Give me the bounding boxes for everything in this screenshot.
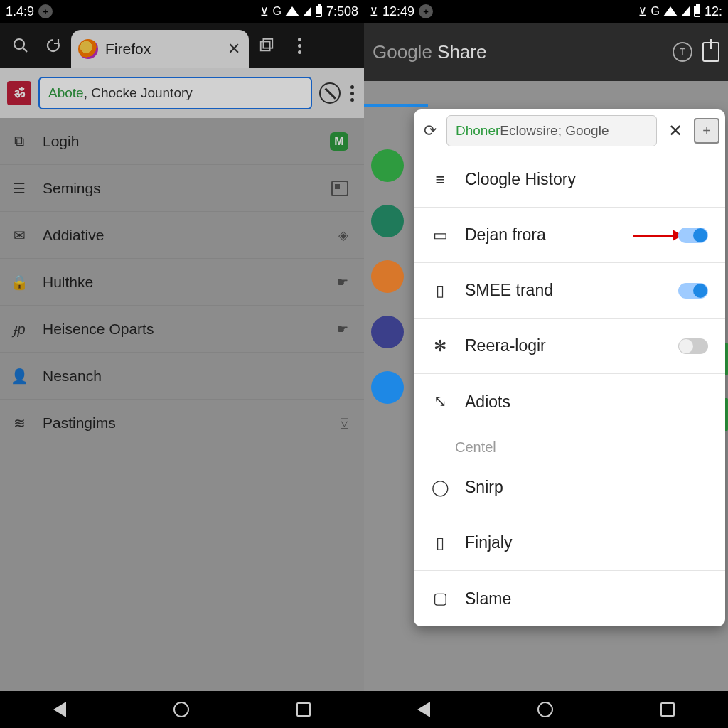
tab-title: Firefox [105, 41, 151, 58]
url-input[interactable]: Abote, Chocke Jountory [38, 77, 312, 109]
signal-icon [681, 6, 690, 16]
site-brand-icon: ॐ [7, 81, 31, 105]
folder-icon: ▭ [431, 226, 449, 245]
svg-rect-2 [261, 42, 270, 51]
close-tab-button[interactable]: ✕ [228, 40, 240, 58]
popup-item-dejan[interactable]: ▭ Dejan frora [414, 208, 725, 263]
page-menu-button[interactable] [348, 85, 357, 102]
popup-item-label: Snirp [465, 478, 503, 497]
list-icon: ⧉ [10, 133, 28, 149]
popup-item-label: Dejan frora [465, 225, 546, 245]
nav-recent-button[interactable] [296, 702, 311, 717]
menu-label: Semings [43, 180, 101, 197]
menu-item-heisence[interactable]: ɟp Heisence Oparts ☛ [0, 306, 364, 353]
nav-home-button[interactable] [537, 702, 553, 717]
bug-icon: ✻ [431, 337, 449, 355]
toggle-smee[interactable] [678, 283, 708, 299]
g-icon: G [273, 5, 282, 18]
menu-label: Addiative [43, 227, 104, 244]
popup-item-history[interactable]: ≡ Cloogle History [414, 152, 725, 208]
popup-url-green: Dhoner [456, 123, 500, 139]
app-avatar [371, 260, 404, 293]
diamond-icon: ◈ [338, 228, 348, 243]
wifi-icon [286, 6, 299, 16]
toggle-reera[interactable] [678, 338, 708, 354]
status-time-right: 12: [705, 4, 722, 19]
list-icon: ✉ [10, 227, 28, 244]
play-box-icon: ▢ [431, 589, 449, 608]
svg-line-1 [23, 48, 27, 52]
background-app-list [371, 149, 404, 404]
list-icon: ☰ [10, 180, 28, 197]
popup-item-label: Finjaly [465, 533, 512, 552]
m-badge-icon: M [330, 132, 348, 151]
tracking-block-icon[interactable] [319, 82, 341, 104]
app-avatar [371, 149, 404, 182]
menu-item-semings[interactable]: ☰ Semings [0, 165, 364, 212]
nav-recent-button[interactable] [660, 702, 675, 717]
list-icon: ɟp [10, 321, 28, 338]
toggle-dejan[interactable] [678, 228, 708, 243]
svg-point-0 [14, 39, 24, 49]
list-icon: ≋ [10, 414, 28, 432]
share-icon[interactable] [702, 42, 719, 62]
popup-item-slame[interactable]: ▢ Slame [414, 571, 725, 626]
menu-label: Pastingims [43, 414, 116, 432]
menu-item-nesanch[interactable]: 👤 Nesanch [0, 353, 364, 400]
url-highlight: Abote [48, 85, 84, 101]
menu-item-pastingims[interactable]: ≋ Pastingims ⍌ [0, 400, 364, 446]
menu-label: Hulthke [43, 274, 93, 291]
popup-item-label: Cloogle History [465, 170, 576, 189]
popup-item-smee[interactable]: ▯ SMEE trand [414, 263, 725, 318]
status-bar: 1.4:9 + ⊻ G 7:508 [0, 0, 364, 23]
menu-label: Logih [43, 133, 79, 150]
cast-icon: ⊻ [260, 5, 269, 18]
tabs-button[interactable] [252, 31, 282, 60]
signal-icon [303, 6, 311, 16]
menu-item-addiative[interactable]: ✉ Addiative ◈ [0, 212, 364, 259]
reload-button[interactable] [38, 31, 68, 60]
url-rest: , Chocke Jountory [84, 85, 193, 101]
nav-back-button[interactable] [417, 702, 430, 717]
popup-item-finjaly[interactable]: ▯ Finjaly [414, 515, 725, 571]
menu-item-logih[interactable]: ⧉ Logih M [0, 118, 364, 165]
popup-url-rest: Eclowsire; Google [500, 123, 609, 139]
box-icon [331, 181, 348, 196]
wifi-icon [664, 6, 677, 16]
nav-back-button[interactable] [53, 702, 66, 717]
menu-label: Heisence Oparts [43, 321, 154, 338]
popup-close-button[interactable]: ✕ [663, 121, 688, 141]
tab-count-icon[interactable]: T [673, 42, 692, 62]
nav-home-button[interactable] [173, 702, 189, 717]
system-nav-bar [0, 691, 364, 728]
menu-item-hulthke[interactable]: 🔒 Hulthke ☛ [0, 259, 364, 306]
popup-item-reera[interactable]: ✻ Reera-logir [414, 318, 725, 374]
app-avatar [371, 205, 404, 237]
phone-left: 1.4:9 + ⊻ G 7:508 [0, 0, 364, 728]
search-button[interactable] [6, 31, 36, 60]
reload-icon[interactable]: ⟳ [419, 122, 441, 140]
popup-list: ≡ Cloogle History ▭ Dejan frora ▯ [414, 152, 725, 626]
status-bar: ⊻ 12:49 + ⊻ G 12: [364, 0, 728, 23]
status-time-left: 12:49 [382, 4, 414, 19]
new-tab-button[interactable]: + [694, 118, 719, 144]
popup-url-input[interactable]: Dhoner Eclowsire; Google [446, 115, 657, 146]
svg-rect-3 [263, 39, 272, 48]
header-google: Google [373, 41, 432, 63]
hand-icon: ☛ [337, 321, 348, 337]
popup-item-label: Slame [465, 589, 511, 609]
popup-item-snirp[interactable]: ◯ Snirp [414, 460, 725, 515]
browser-tab[interactable]: Firefox ✕ [71, 30, 249, 68]
popup-item-adiots[interactable]: ⤡ Adiots [414, 374, 725, 429]
phone-icon: ▯ [431, 282, 449, 300]
popup-item-label: SMEE trand [465, 281, 553, 300]
popup-section-label: Centel [414, 429, 725, 460]
left-content: Firefox ✕ ॐ Abote, Chocke Jountory [0, 23, 364, 691]
cast-icon: ⊻ [638, 5, 647, 18]
battery-icon [694, 6, 700, 17]
url-bar-row: ॐ Abote, Chocke Jountory [0, 68, 364, 118]
app-header: Google Share T [364, 23, 728, 81]
g-icon: G [651, 5, 660, 18]
overflow-menu-button[interactable] [284, 31, 314, 60]
status-time-right: 7:508 [326, 4, 358, 19]
